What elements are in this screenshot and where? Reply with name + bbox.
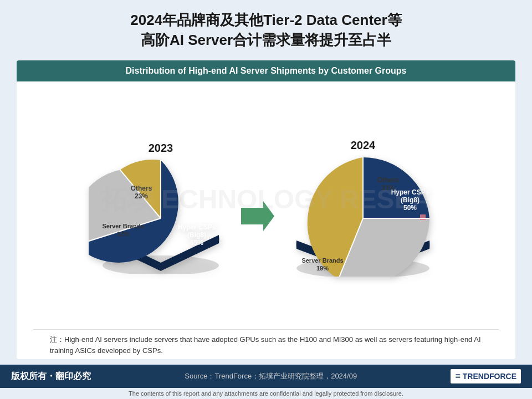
svg-rect-13 <box>420 214 426 220</box>
svg-text:65%: 65% <box>190 239 203 247</box>
logo-text: TRENDFORCE <box>463 372 516 381</box>
svg-text:23%: 23% <box>135 192 148 200</box>
svg-text:Others: Others <box>377 176 399 184</box>
footer-logo: ≡ TRENDFORCE <box>451 369 521 383</box>
title-line1: 2024年品牌商及其他Tier-2 Data Center等 <box>22 10 510 30</box>
note-section: 注：High-end AI servers include servers th… <box>33 329 499 359</box>
pie-2023: 2023 <box>89 142 233 274</box>
disclaimer: The contents of this report and any atta… <box>0 388 532 399</box>
year-2024-label: 2024 <box>351 139 376 152</box>
chart-header: Distribution of High-end AI Server Shipm… <box>17 60 515 81</box>
trendforce-logo: ≡ TRENDFORCE <box>451 369 521 383</box>
footer-source: Source：TrendForce；拓墣产业研究院整理，2024/09 <box>185 371 357 381</box>
pie-chart-2024: Hyper CSPs (Big8) 50% Others 31% Server … <box>283 155 443 277</box>
title-line2: 高阶AI Server合计需求量将提升至占半 <box>22 30 510 50</box>
svg-text:Hyper CSPs: Hyper CSPs <box>178 223 216 231</box>
logo-icon: ≡ <box>455 371 460 381</box>
charts-area: 2023 <box>17 81 515 329</box>
arrow-icon <box>238 197 277 236</box>
footer: 版权所有・翻印必究 Source：TrendForce；拓墣产业研究院整理，20… <box>0 365 532 388</box>
svg-text:31%: 31% <box>381 184 395 192</box>
svg-text:(Big8): (Big8) <box>187 231 206 239</box>
main-container: 2024年品牌商及其他Tier-2 Data Center等 高阶AI Serv… <box>0 0 532 399</box>
svg-marker-11 <box>241 201 274 231</box>
svg-text:12%: 12% <box>117 231 129 237</box>
footer-copyright: 版权所有・翻印必究 <box>11 371 91 382</box>
svg-text:(Big8): (Big8) <box>401 196 420 204</box>
svg-text:Server Brands: Server Brands <box>301 257 343 264</box>
svg-text:19%: 19% <box>316 265 329 272</box>
title-section: 2024年品牌商及其他Tier-2 Data Center等 高阶AI Serv… <box>0 0 532 55</box>
svg-text:50%: 50% <box>403 204 417 212</box>
pie-chart-2023: Hyper CSPs (Big8) 65% Others 23% Server … <box>89 157 233 274</box>
chart-container: Distribution of High-end AI Server Shipm… <box>17 60 515 359</box>
svg-text:Hyper CSPs: Hyper CSPs <box>391 188 429 196</box>
arrow-container <box>238 197 277 236</box>
svg-text:Server Brands: Server Brands <box>102 223 144 229</box>
pie-2024: 2024 <box>283 139 443 277</box>
year-2023-label: 2023 <box>149 142 173 155</box>
svg-text:Others: Others <box>131 185 152 192</box>
